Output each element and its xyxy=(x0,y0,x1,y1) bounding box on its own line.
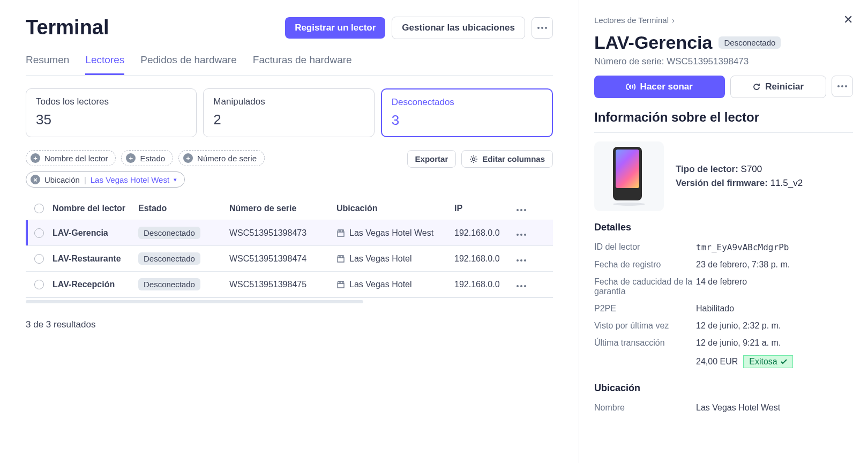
more-actions-button[interactable] xyxy=(532,17,553,39)
status-badge: Desconectado xyxy=(138,252,200,265)
tx-amount: 24,00 EUR xyxy=(696,357,738,367)
chevron-right-icon: › xyxy=(672,16,675,25)
stat-card-tampered[interactable]: Manipulados 2 xyxy=(203,88,374,137)
cell-serial: WSC513951398475 xyxy=(229,280,336,289)
svg-point-4 xyxy=(517,209,519,211)
chip-label: Estado xyxy=(140,154,165,163)
horizontal-scrollbar[interactable] xyxy=(26,300,363,303)
row-more-button[interactable] xyxy=(508,228,535,238)
tab-resumen[interactable]: Resumen xyxy=(26,54,69,75)
edit-columns-button[interactable]: Editar columnas xyxy=(461,150,553,168)
tab-lectores[interactable]: Lectores xyxy=(85,54,124,75)
cell-name: LAV-Restaurante xyxy=(53,254,138,264)
kv-key: P2PE xyxy=(594,304,696,313)
cell-ip: 192.168.0.0 xyxy=(454,280,508,289)
breadcrumb[interactable]: Lectores de Terminal xyxy=(594,16,669,25)
cell-serial: WSC513951398474 xyxy=(229,254,336,264)
store-icon xyxy=(336,255,345,263)
kv-key: Nombre xyxy=(594,403,696,413)
row-checkbox[interactable] xyxy=(34,254,44,264)
filter-chip-serial[interactable]: + Número de serie xyxy=(178,150,265,166)
sound-icon xyxy=(626,83,636,91)
register-reader-button[interactable]: Registrar un lector xyxy=(285,17,385,39)
row-more-button[interactable] xyxy=(508,280,535,289)
manage-locations-button[interactable]: Gestionar las ubicaciones xyxy=(392,17,525,39)
store-icon xyxy=(336,229,345,237)
col-header-serial[interactable]: Número de serie xyxy=(229,204,336,213)
cell-ip: 192.168.0.0 xyxy=(454,254,508,264)
plus-circle-icon: + xyxy=(126,153,136,163)
kv-key: Visto por última vez xyxy=(594,321,696,331)
page-title: Terminal xyxy=(26,16,109,39)
status-badge: Desconectado xyxy=(138,278,200,290)
kv-value: Habilitado xyxy=(696,304,734,313)
export-button[interactable]: Exportar xyxy=(407,150,457,168)
details-heading: Detalles xyxy=(594,222,853,233)
filter-chip-status[interactable]: + Estado xyxy=(121,150,173,166)
ring-button[interactable]: Hacer sonar xyxy=(594,76,725,98)
kv-key: Última transacción xyxy=(594,338,696,348)
stat-value: 2 xyxy=(213,111,364,128)
table-row[interactable]: LAV-Restaurante Desconectado WSC51395139… xyxy=(26,246,553,272)
select-all-checkbox[interactable] xyxy=(34,204,44,213)
ring-label: Hacer sonar xyxy=(640,81,693,92)
tabs: Resumen Lectores Pedidos de hardware Fac… xyxy=(26,54,553,76)
edit-columns-label: Editar columnas xyxy=(482,154,545,163)
kv-value: 12 de junio, 9:21 a. m. xyxy=(696,338,781,348)
gear-icon xyxy=(469,155,478,163)
status-badge: Desconectado xyxy=(138,227,200,239)
cell-name: LAV-Gerencia xyxy=(53,228,138,238)
svg-point-11 xyxy=(520,259,522,262)
svg-point-6 xyxy=(524,209,526,211)
col-header-more[interactable] xyxy=(508,204,535,213)
svg-point-14 xyxy=(520,285,522,287)
check-icon xyxy=(781,359,787,364)
col-header-ip[interactable]: IP xyxy=(454,204,508,213)
status-badge: Desconectado xyxy=(719,36,781,49)
table-row[interactable]: LAV-Gerencia Desconectado WSC51395139847… xyxy=(26,220,553,246)
stat-label: Todos los lectores xyxy=(36,96,186,107)
chip-label: Número de serie xyxy=(197,154,257,163)
results-count: 3 de 3 resultados xyxy=(26,319,553,330)
stat-label: Desconectados xyxy=(392,97,542,108)
svg-point-12 xyxy=(524,259,526,262)
row-checkbox[interactable] xyxy=(34,280,44,289)
chip-value: Las Vegas Hotel West xyxy=(91,175,169,184)
dots-horizontal-icon xyxy=(517,234,526,236)
kv-value: 23 de febrero, 7:38 p. m. xyxy=(696,260,790,270)
chip-divider: | xyxy=(84,175,86,184)
tab-pedidos-hardware[interactable]: Pedidos de hardware xyxy=(140,54,237,75)
readers-table: Nombre del lector Estado Número de serie… xyxy=(26,197,553,298)
chip-label: Nombre del lector xyxy=(44,154,108,163)
col-header-status[interactable]: Estado xyxy=(138,204,229,213)
stat-card-disconnected[interactable]: Desconectados 3 xyxy=(381,88,553,137)
stat-card-all-readers[interactable]: Todos los lectores 35 xyxy=(26,88,197,137)
svg-point-17 xyxy=(837,85,840,87)
type-value: S700 xyxy=(741,164,762,174)
kv-key: Fecha de caducidad de la garantía xyxy=(594,277,696,296)
row-checkbox[interactable] xyxy=(34,228,44,238)
col-header-location[interactable]: Ubicación xyxy=(336,204,454,213)
refresh-icon xyxy=(752,83,761,91)
more-actions-button[interactable] xyxy=(832,76,853,97)
svg-point-15 xyxy=(524,285,526,287)
chevron-down-icon: ▾ xyxy=(174,176,177,183)
table-row[interactable]: LAV-Recepción Desconectado WSC5139513984… xyxy=(26,272,553,297)
device-image xyxy=(594,141,664,211)
x-circle-icon: × xyxy=(31,175,40,184)
col-header-name[interactable]: Nombre del lector xyxy=(53,204,138,213)
serial-label: Número de serie: xyxy=(594,56,664,66)
filter-chip-reader-name[interactable]: + Nombre del lector xyxy=(26,150,116,166)
kv-value: 14 de febrero xyxy=(696,277,747,296)
fw-value: 11.5_v2 xyxy=(770,178,803,188)
svg-point-0 xyxy=(537,27,540,29)
serial-value: WSC513951398473 xyxy=(667,56,749,66)
type-label: Tipo de lector: xyxy=(676,164,738,174)
restart-button[interactable]: Reiniciar xyxy=(730,76,826,98)
filter-chip-location[interactable]: × Ubicación | Las Vegas Hotel West ▾ xyxy=(26,171,185,188)
tab-facturas-hardware[interactable]: Facturas de hardware xyxy=(253,54,352,75)
row-more-button[interactable] xyxy=(508,254,535,264)
close-icon[interactable]: ✕ xyxy=(843,13,853,27)
svg-point-1 xyxy=(541,27,543,29)
dots-horizontal-icon xyxy=(517,259,526,262)
